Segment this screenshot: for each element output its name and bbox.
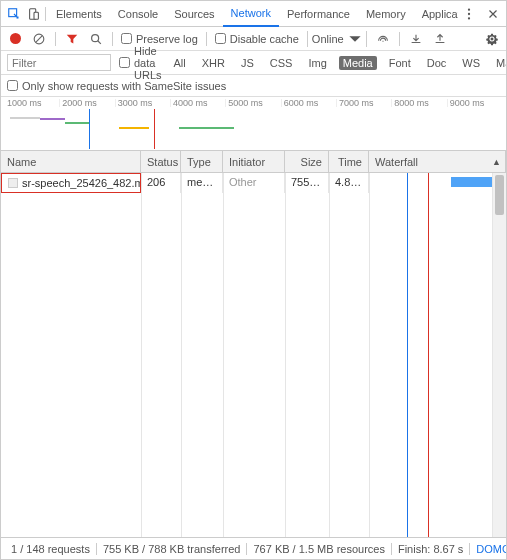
col-size[interactable]: Size <box>285 151 329 172</box>
disable-cache-label: Disable cache <box>230 33 299 45</box>
svg-point-7 <box>92 34 99 41</box>
throttling-select[interactable]: Online <box>307 31 367 47</box>
type-img[interactable]: Img <box>304 56 330 70</box>
disable-cache-checkbox[interactable]: Disable cache <box>215 33 299 45</box>
filter-input[interactable] <box>7 54 111 71</box>
devtools-tabbar: Elements Console Sources Network Perform… <box>1 1 506 27</box>
panel-tabs: Elements Console Sources Network Perform… <box>48 1 458 27</box>
divider <box>206 32 207 46</box>
status-bar: 1 / 148 requests 755 KB / 788 KB transfe… <box>1 537 506 559</box>
status-finish: Finish: 8.67 s <box>392 543 470 555</box>
network-toolbar: Preserve log Disable cache Online <box>1 27 506 51</box>
chevron-down-icon <box>348 32 362 46</box>
sort-indicator-icon: ▲ <box>492 157 501 167</box>
samesite-label: Only show requests with SameSite issues <box>22 80 226 92</box>
device-toolbar-icon[interactable] <box>25 5 43 23</box>
samesite-bar: Only show requests with SameSite issues <box>1 75 506 97</box>
load-line <box>154 109 155 149</box>
col-time[interactable]: Time <box>329 151 369 172</box>
overview-timeline[interactable]: 1000 ms 2000 ms 3000 ms 4000 ms 5000 ms … <box>1 97 506 151</box>
tab-console[interactable]: Console <box>110 2 166 26</box>
domcontentloaded-line <box>89 109 90 149</box>
svg-point-5 <box>468 17 470 19</box>
tab-application[interactable]: Application <box>414 2 458 26</box>
cell-size: 755 KB <box>285 173 329 193</box>
tab-network[interactable]: Network <box>223 1 279 27</box>
divider <box>399 32 400 46</box>
timeline-body <box>5 109 502 149</box>
cell-name[interactable]: sr-speech_25426_482.mp4 <box>1 173 141 193</box>
svg-point-4 <box>468 12 470 14</box>
type-doc[interactable]: Doc <box>423 56 451 70</box>
record-button[interactable] <box>7 31 23 47</box>
type-xhr[interactable]: XHR <box>198 56 229 70</box>
timeline-ticks: 1000 ms 2000 ms 3000 ms 4000 ms 5000 ms … <box>1 99 506 107</box>
col-status[interactable]: Status <box>141 151 181 172</box>
clear-button[interactable] <box>31 31 47 47</box>
preserve-log-checkbox[interactable]: Preserve log <box>121 33 198 45</box>
type-font[interactable]: Font <box>385 56 415 70</box>
waterfall-event-lines <box>369 173 506 537</box>
status-requests: 1 / 148 requests <box>5 543 97 555</box>
type-ws[interactable]: WS <box>458 56 484 70</box>
tab-memory[interactable]: Memory <box>358 2 414 26</box>
tab-sources[interactable]: Sources <box>166 2 222 26</box>
type-js[interactable]: JS <box>237 56 258 70</box>
tab-elements[interactable]: Elements <box>48 2 110 26</box>
col-waterfall[interactable]: Waterfall ▲ <box>369 151 506 172</box>
divider <box>55 32 56 46</box>
cell-initiator: Other <box>223 173 285 193</box>
tab-performance[interactable]: Performance <box>279 2 358 26</box>
inspect-icon[interactable] <box>5 5 23 23</box>
request-name: sr-speech_25426_482.mp4 <box>22 177 141 189</box>
svg-point-3 <box>468 8 470 10</box>
cell-time: 4.88 s <box>329 173 369 193</box>
filter-bar: Hide data URLs All XHR JS CSS Img Media … <box>1 51 506 75</box>
throttling-label: Online <box>312 33 344 45</box>
type-media[interactable]: Media <box>339 56 377 70</box>
status-resources: 767 KB / 1.5 MB resources <box>247 543 391 555</box>
cell-type: media <box>181 173 223 193</box>
type-css[interactable]: CSS <box>266 56 297 70</box>
divider <box>112 32 113 46</box>
samesite-checkbox[interactable]: Only show requests with SameSite issues <box>7 80 226 92</box>
file-icon <box>8 178 18 188</box>
import-har-icon[interactable] <box>408 31 424 47</box>
cell-status: 206 <box>141 173 181 193</box>
svg-rect-2 <box>34 12 38 19</box>
export-har-icon[interactable] <box>432 31 448 47</box>
filter-toggle-icon[interactable] <box>64 31 80 47</box>
vertical-scrollbar[interactable] <box>492 173 506 537</box>
close-devtools-icon[interactable] <box>484 5 502 23</box>
settings-gear-icon[interactable] <box>484 31 500 47</box>
network-conditions-icon[interactable] <box>375 31 391 47</box>
divider <box>45 7 46 21</box>
preserve-log-label: Preserve log <box>136 33 198 45</box>
requests-table-body: sr-speech_25426_482.mp4 206 media Other … <box>1 173 506 537</box>
kebab-menu-icon[interactable] <box>460 5 478 23</box>
col-initiator[interactable]: Initiator <box>223 151 285 172</box>
requests-table-header: Name Status Type Initiator Size Time Wat… <box>1 151 506 173</box>
type-manifest[interactable]: Manifest <box>492 56 507 70</box>
status-domcontentloaded: DOMContentLoaded: 2.05 s <box>470 543 507 555</box>
status-transferred: 755 KB / 788 KB transferred <box>97 543 248 555</box>
col-type[interactable]: Type <box>181 151 223 172</box>
col-name[interactable]: Name <box>1 151 141 172</box>
type-all[interactable]: All <box>170 56 190 70</box>
search-icon[interactable] <box>88 31 104 47</box>
